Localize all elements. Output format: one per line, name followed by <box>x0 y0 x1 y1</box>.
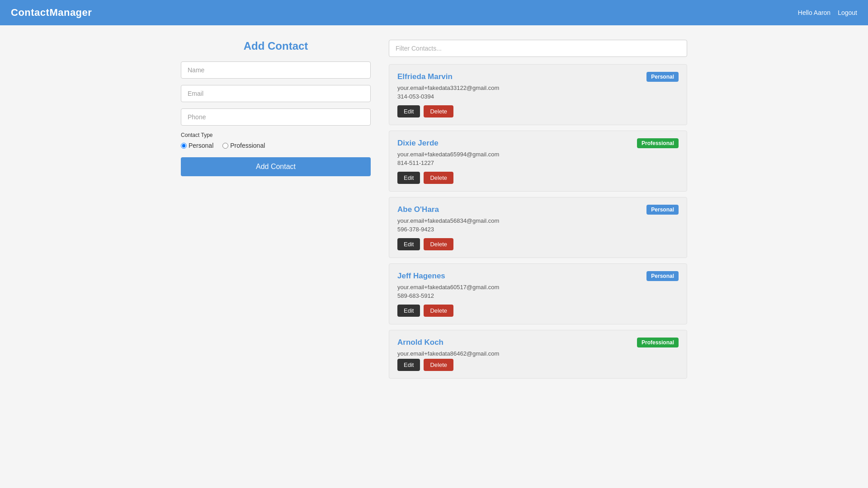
form-title: Add Contact <box>181 40 371 52</box>
card-actions: Edit Delete <box>397 305 679 317</box>
contact-phone: 814-511-1227 <box>397 160 679 166</box>
contact-email: your.email+fakedata86462@gmail.com <box>397 350 679 357</box>
contact-type-badge: Personal <box>646 271 679 281</box>
delete-button[interactable]: Delete <box>424 359 453 371</box>
contact-name: Dixie Jerde <box>397 139 439 148</box>
card-actions: Edit Delete <box>397 359 679 371</box>
hello-user: Hello Aaron <box>798 9 830 16</box>
card-actions: Edit Delete <box>397 172 679 184</box>
edit-button[interactable]: Edit <box>397 172 420 184</box>
contact-phone: 314-053-0394 <box>397 93 679 100</box>
contact-email: your.email+fakedata56834@gmail.com <box>397 217 679 224</box>
contact-card-header: Arnold Koch Professional <box>397 338 679 347</box>
contact-name: Arnold Koch <box>397 338 443 347</box>
edit-button[interactable]: Edit <box>397 359 420 371</box>
contact-card-header: Jeff Hagenes Personal <box>397 271 679 281</box>
contact-name: Abe O'Hara <box>397 205 439 214</box>
edit-button[interactable]: Edit <box>397 105 420 117</box>
app-brand: ContactManager <box>11 7 92 19</box>
phone-input[interactable] <box>181 108 371 126</box>
email-group <box>181 85 371 102</box>
edit-button[interactable]: Edit <box>397 238 420 250</box>
contact-name: Jeff Hagenes <box>397 272 445 281</box>
radio-personal-text: Personal <box>189 142 213 149</box>
radio-professional-input[interactable] <box>222 143 228 149</box>
contact-email: your.email+fakedata60517@gmail.com <box>397 284 679 291</box>
contact-card: Dixie Jerde Professional your.email+fake… <box>389 131 687 192</box>
add-contact-button[interactable]: Add Contact <box>181 157 371 176</box>
contact-card-header: Abe O'Hara Personal <box>397 205 679 215</box>
radio-personal-label[interactable]: Personal <box>181 142 213 149</box>
add-contact-panel: Add Contact Contact Type Personal Profes… <box>181 40 371 384</box>
contact-type-label: Contact Type <box>181 132 371 138</box>
contact-type-badge: Personal <box>646 205 679 215</box>
delete-button[interactable]: Delete <box>424 238 453 250</box>
radio-personal-input[interactable] <box>181 143 187 149</box>
contact-card-header: Elfrieda Marvin Personal <box>397 72 679 82</box>
email-input[interactable] <box>181 85 371 102</box>
navbar-right: Hello Aaron Logout <box>798 9 857 16</box>
delete-button[interactable]: Delete <box>424 172 453 184</box>
navbar: ContactManager Hello Aaron Logout <box>0 0 868 25</box>
edit-button[interactable]: Edit <box>397 305 420 317</box>
contacts-list: Elfrieda Marvin Personal your.email+fake… <box>389 64 687 379</box>
contact-phone: 596-378-9423 <box>397 226 679 233</box>
phone-group <box>181 108 371 126</box>
contact-type-badge: Professional <box>637 138 679 148</box>
contact-type-badge: Personal <box>646 72 679 82</box>
contact-card-header: Dixie Jerde Professional <box>397 138 679 148</box>
contact-card: Arnold Koch Professional your.email+fake… <box>389 330 687 379</box>
contact-email: your.email+fakedata33122@gmail.com <box>397 84 679 91</box>
card-actions: Edit Delete <box>397 105 679 117</box>
contact-name: Elfrieda Marvin <box>397 72 453 81</box>
name-input[interactable] <box>181 61 371 79</box>
logout-link[interactable]: Logout <box>838 9 857 16</box>
contact-type-badge: Professional <box>637 338 679 347</box>
radio-professional-label[interactable]: Professional <box>222 142 265 149</box>
name-group <box>181 61 371 79</box>
filter-input[interactable] <box>389 40 687 57</box>
contact-phone: 589-683-5912 <box>397 292 679 299</box>
contact-type-radio-group: Personal Professional <box>181 142 371 149</box>
delete-button[interactable]: Delete <box>424 105 453 117</box>
contacts-panel: Elfrieda Marvin Personal your.email+fake… <box>389 40 687 384</box>
contact-card: Jeff Hagenes Personal your.email+fakedat… <box>389 263 687 324</box>
contact-email: your.email+fakedata65994@gmail.com <box>397 151 679 158</box>
radio-professional-text: Professional <box>230 142 265 149</box>
card-actions: Edit Delete <box>397 238 679 250</box>
contact-card: Elfrieda Marvin Personal your.email+fake… <box>389 64 687 125</box>
contact-card: Abe O'Hara Personal your.email+fakedata5… <box>389 197 687 258</box>
main-container: Add Contact Contact Type Personal Profes… <box>163 25 705 399</box>
delete-button[interactable]: Delete <box>424 305 453 317</box>
